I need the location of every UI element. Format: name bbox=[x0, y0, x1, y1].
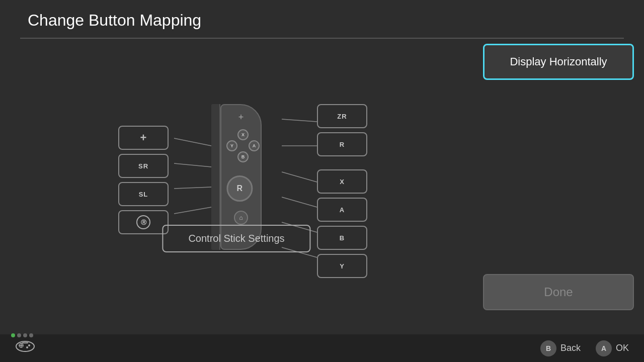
sl-button[interactable]: SL bbox=[118, 182, 169, 206]
controller-icon-wrapper bbox=[15, 342, 35, 354]
b-circle: B bbox=[540, 340, 556, 356]
plus-button[interactable]: + bbox=[118, 126, 169, 150]
dot-4 bbox=[29, 333, 33, 337]
x-label: X bbox=[340, 178, 345, 186]
svg-line-6 bbox=[282, 172, 317, 182]
joycon-x-btn: X bbox=[237, 129, 249, 140]
joycon-a-btn: A bbox=[249, 140, 260, 151]
svg-line-4 bbox=[282, 119, 317, 122]
r-label: R bbox=[340, 141, 345, 148]
back-label: Back bbox=[560, 343, 581, 353]
right-top-button-group: ZR R bbox=[317, 104, 367, 156]
gamepad-icon bbox=[15, 337, 35, 352]
y-label: Y bbox=[340, 262, 345, 270]
r-button[interactable]: R bbox=[317, 132, 367, 156]
right-panel: Display Horizontally Done bbox=[473, 39, 644, 315]
main-content: + SR SL Ⓡ bbox=[0, 39, 644, 315]
sl-label: SL bbox=[139, 191, 148, 198]
zr-button[interactable]: ZR bbox=[317, 104, 367, 128]
plus-icon: + bbox=[140, 131, 147, 144]
joycon-y-btn: Y bbox=[226, 140, 237, 151]
right-stick-button[interactable]: Ⓡ bbox=[118, 210, 169, 234]
svg-line-0 bbox=[174, 138, 211, 146]
page-title: Change Button Mapping bbox=[0, 0, 644, 38]
diagram-container: + SR SL Ⓡ bbox=[91, 71, 382, 283]
back-nav[interactable]: B Back bbox=[540, 340, 581, 356]
joycon-plus: + bbox=[238, 112, 244, 123]
bottom-bar: B Back A OK bbox=[0, 334, 644, 362]
svg-rect-11 bbox=[22, 342, 28, 343]
a-circle: A bbox=[596, 340, 612, 356]
right-stick-icon: Ⓡ bbox=[136, 215, 150, 229]
a-button[interactable]: A bbox=[317, 198, 367, 222]
joycon-abxy: X Y A B bbox=[226, 129, 260, 162]
right-main-button-group: X A B Y bbox=[317, 169, 367, 278]
bottom-left-info bbox=[15, 342, 35, 354]
x-button[interactable]: X bbox=[317, 169, 367, 194]
sr-button[interactable]: SR bbox=[118, 154, 169, 178]
done-button[interactable]: Done bbox=[483, 274, 634, 310]
ok-nav[interactable]: A OK bbox=[596, 340, 629, 356]
svg-line-1 bbox=[174, 163, 211, 167]
sr-label: SR bbox=[138, 162, 148, 170]
display-horizontally-button[interactable]: Display Horizontally bbox=[483, 44, 634, 80]
y-button[interactable]: Y bbox=[317, 254, 367, 278]
right-stick-label: Ⓡ bbox=[141, 219, 146, 226]
svg-line-7 bbox=[282, 197, 317, 207]
control-stick-settings-button[interactable]: Control Stick Settings bbox=[162, 225, 310, 252]
bottom-right-nav: B Back A OK bbox=[540, 340, 629, 356]
a-label: A bbox=[340, 206, 345, 214]
dot-2 bbox=[17, 333, 21, 337]
b-button[interactable]: B bbox=[317, 226, 367, 250]
joycon-b-btn: B bbox=[237, 151, 249, 162]
joycon-stick: R bbox=[226, 175, 253, 202]
svg-line-3 bbox=[174, 207, 211, 214]
svg-point-13 bbox=[26, 346, 28, 348]
dot-1 bbox=[11, 333, 15, 337]
svg-line-2 bbox=[174, 187, 211, 189]
controller-diagram-section: + SR SL Ⓡ bbox=[0, 39, 473, 315]
svg-point-12 bbox=[28, 344, 30, 346]
zr-label: ZR bbox=[337, 113, 347, 120]
dot-3 bbox=[23, 333, 27, 337]
b-label: B bbox=[340, 234, 345, 242]
left-button-group: + SR SL Ⓡ bbox=[118, 126, 169, 234]
ok-label: OK bbox=[616, 343, 629, 353]
joycon-home-btn: ⌂ bbox=[234, 211, 248, 225]
player-dots bbox=[11, 333, 35, 337]
